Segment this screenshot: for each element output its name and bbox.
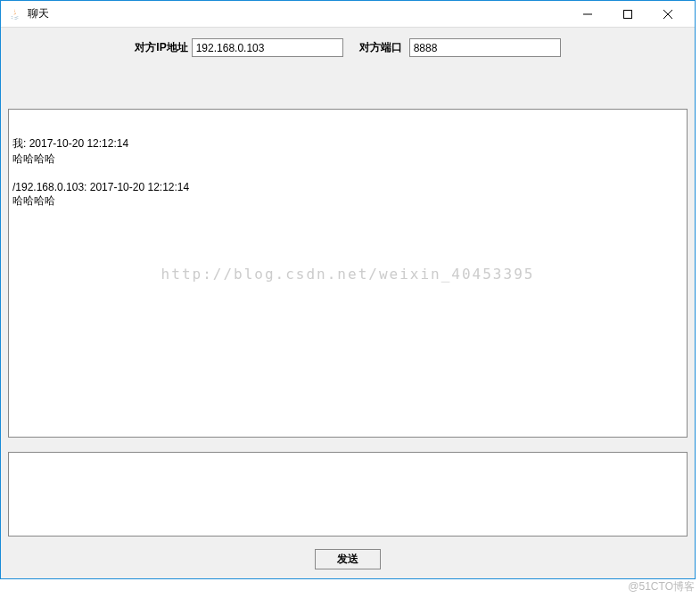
connection-panel: 对方IP地址 对方端口 (1, 28, 695, 64)
action-panel: 发送 (1, 544, 695, 578)
chat-log: 我: 2017-10-20 12:12:14哈哈哈哈/192.168.0.103… (8, 109, 688, 438)
chat-message-body: 哈哈哈哈 (12, 193, 683, 209)
chat-message-body: 哈哈哈哈 (12, 152, 683, 167)
titlebar: 聊天 (1, 1, 695, 28)
send-button[interactable]: 发送 (315, 549, 381, 569)
port-input[interactable] (409, 38, 561, 57)
chat-message: 我: 2017-10-20 12:12:14哈哈哈哈 (12, 136, 683, 167)
attribution-text: @51CTO博客 (628, 579, 695, 594)
watermark-text: http://blog.csdn.net/weixin_40453395 (161, 265, 535, 282)
svg-rect-1 (623, 10, 631, 18)
message-input[interactable] (8, 452, 688, 537)
window-controls (567, 2, 688, 27)
ip-label: 对方IP地址 (135, 40, 187, 55)
chat-message-header: 我: 2017-10-20 12:12:14 (12, 136, 683, 152)
window-title: 聊天 (28, 6, 567, 21)
app-window: 聊天 对方IP地址 对方端口 我: 2017-10-20 12:12:14哈哈哈… (0, 0, 696, 579)
port-label: 对方端口 (359, 40, 402, 55)
chat-message-header: /192.168.0.103: 2017-10-20 12:12:14 (12, 181, 683, 193)
minimize-button[interactable] (567, 2, 607, 27)
content-area: 对方IP地址 对方端口 我: 2017-10-20 12:12:14哈哈哈哈/1… (1, 28, 695, 578)
ip-input[interactable] (192, 38, 343, 57)
chat-message: /192.168.0.103: 2017-10-20 12:12:14哈哈哈哈 (12, 181, 683, 209)
close-button[interactable] (647, 2, 688, 27)
java-icon (8, 7, 22, 21)
maximize-button[interactable] (607, 2, 647, 27)
